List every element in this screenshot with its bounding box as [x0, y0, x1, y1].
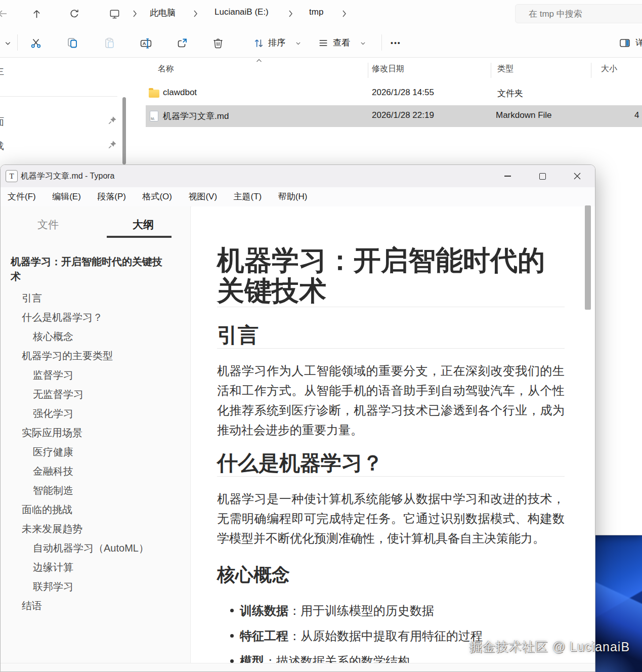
chevron-right-icon: [131, 8, 139, 19]
paste-icon[interactable]: [103, 36, 116, 50]
sort-ascending-caret-icon: [256, 59, 262, 63]
chevron-right-icon: [340, 8, 348, 19]
chevron-right-icon: [286, 8, 294, 19]
outline-item[interactable]: 联邦学习: [1, 577, 190, 596]
file-size: 4: [634, 110, 639, 120]
cut-icon[interactable]: [29, 36, 42, 50]
typora-body: 文件 大纲 机器学习：开启智能时代的关键技术 引言 什么是机器学习？ 核心概念 …: [1, 206, 595, 671]
window-title: 机器学习文章.md - Typora: [21, 165, 115, 187]
sidebar-item-fragment: 主: [0, 65, 7, 77]
sort-icon[interactable]: [252, 36, 265, 50]
breadcrumb-item-drive[interactable]: LucianaiB (E:): [215, 7, 269, 17]
menu-format[interactable]: 格式(O): [135, 187, 179, 206]
doc-paragraph[interactable]: 机器学习作为人工智能领域的重要分支，正在深刻改变我们的生活和工作方式。从智能手机…: [217, 361, 565, 440]
column-separator[interactable]: [491, 63, 491, 78]
maximize-icon: [539, 173, 546, 180]
explorer-toolbar: A 排序 查看 •••: [0, 28, 642, 58]
tab-outline[interactable]: 大纲: [96, 218, 191, 232]
watermark: 掘金技术社区 @ LucianaiB: [469, 639, 630, 655]
outline-item[interactable]: 边缘计算: [1, 558, 190, 577]
chevron-right-icon: [191, 8, 199, 19]
outline-item[interactable]: 核心概念: [1, 327, 190, 346]
outline-item[interactable]: 无监督学习: [1, 385, 190, 404]
outline-item[interactable]: 强化学习: [1, 404, 190, 423]
column-header-size[interactable]: 大小: [601, 64, 617, 74]
doc-heading-2[interactable]: 什么是机器学习？: [217, 450, 565, 477]
toolbar-divider: [17, 34, 18, 51]
chevron-down-icon[interactable]: [1, 36, 14, 50]
sidebar-item-fragment: 载: [0, 140, 7, 152]
file-row-selected[interactable]: 机器学习文章.md 2026/1/28 22:19 Markdown File …: [146, 105, 642, 127]
column-separator[interactable]: [591, 63, 591, 78]
search-box: [515, 4, 642, 23]
column-separator[interactable]: [368, 63, 368, 78]
typora-menu-bar: 文件(F) 编辑(E) 段落(P) 格式(O) 视图(V) 主题(T) 帮助(H…: [1, 187, 595, 207]
close-button[interactable]: [563, 165, 592, 187]
outline-item[interactable]: 引言: [1, 288, 190, 308]
outline-item[interactable]: 实际应用场景: [1, 423, 190, 442]
breadcrumb-item-this-pc[interactable]: 此电脑: [150, 7, 176, 19]
outline-item[interactable]: 未来发展趋势: [1, 519, 190, 538]
view-button[interactable]: 查看: [333, 36, 350, 50]
doc-heading-2[interactable]: 引言: [217, 322, 565, 349]
typora-sidebar: 文件 大纲 机器学习：开启智能时代的关键技术 引言 什么是机器学习？ 核心概念 …: [1, 206, 191, 671]
chevron-down-icon: [291, 36, 305, 50]
menu-help[interactable]: 帮助(H): [271, 187, 315, 206]
outline-item[interactable]: 什么是机器学习？: [1, 308, 190, 327]
details-pane-label: 详: [635, 36, 642, 50]
doc-paragraph[interactable]: 机器学习是一种使计算机系统能够从数据中学习和改进的技术，无需明确编程即可完成特定…: [217, 489, 565, 548]
outline-item[interactable]: 机器学习的主要类型: [1, 346, 190, 365]
outline-item-h1[interactable]: 机器学习：开启智能时代的关键技术: [1, 255, 190, 284]
breadcrumb-item-tmp[interactable]: tmp: [309, 7, 323, 17]
file-date: 2026/1/28 22:19: [372, 110, 434, 120]
file-type: Markdown File: [496, 110, 552, 120]
list-item[interactable]: 训练数据：用于训练模型的历史数据: [217, 601, 565, 620]
menu-theme[interactable]: 主题(T): [227, 187, 269, 206]
more-icon[interactable]: •••: [391, 36, 401, 50]
up-icon[interactable]: [27, 4, 46, 23]
copy-icon[interactable]: [66, 36, 79, 50]
share-icon[interactable]: [176, 36, 189, 50]
outline-item[interactable]: 面临的挑战: [1, 500, 190, 519]
sort-button[interactable]: 排序: [268, 36, 285, 50]
column-header-date[interactable]: 修改日期: [372, 64, 404, 74]
outline-item[interactable]: 自动机器学习（AutoML）: [1, 538, 190, 558]
monitor-icon[interactable]: [105, 4, 124, 23]
column-header-name[interactable]: 名称: [158, 64, 174, 74]
back-icon[interactable]: [0, 4, 12, 23]
typora-title-bar[interactable]: T 机器学习文章.md - Typora: [1, 165, 595, 187]
file-row[interactable]: clawdbot 2026/1/28 14:55 文件夹: [146, 82, 642, 104]
bullet-dot: [230, 634, 234, 638]
active-tab-underline: [107, 236, 172, 238]
desktop: 此电脑 LucianaiB (E:) tmp: [0, 0, 642, 672]
sidebar-scrollbar[interactable]: [122, 97, 126, 164]
outline-item[interactable]: 监督学习: [1, 365, 190, 385]
menu-edit[interactable]: 编辑(E): [45, 187, 88, 206]
tab-files[interactable]: 文件: [1, 218, 96, 232]
bullet-dot: [230, 659, 234, 663]
view-icon[interactable]: [317, 36, 330, 50]
outline-item[interactable]: 智能制造: [1, 481, 190, 500]
outline-item[interactable]: 金融科技: [1, 461, 190, 481]
editor-area[interactable]: 机器学习：开启智能时代的关键技术 引言 机器学习作为人工智能领域的重要分支，正在…: [191, 206, 595, 663]
refresh-icon[interactable]: [65, 4, 84, 23]
explorer-nav-bar: 此电脑 LucianaiB (E:) tmp: [0, 0, 642, 28]
doc-heading-1[interactable]: 机器学习：开启智能时代的关键技术: [217, 245, 565, 307]
markdown-file-icon: [150, 111, 158, 121]
doc-heading-3[interactable]: 核心概念: [217, 564, 565, 586]
delete-icon[interactable]: [211, 36, 225, 50]
menu-view[interactable]: 视图(V): [181, 187, 224, 206]
maximize-button[interactable]: [528, 165, 557, 187]
outline-item[interactable]: 结语: [1, 596, 190, 615]
rename-icon[interactable]: A: [139, 36, 152, 50]
menu-file[interactable]: 文件(F): [1, 187, 43, 206]
menu-paragraph[interactable]: 段落(P): [90, 187, 133, 206]
sidebar-divider: [0, 96, 117, 97]
column-header-type[interactable]: 类型: [497, 64, 513, 74]
editor-scrollbar[interactable]: [585, 205, 591, 310]
minimize-button[interactable]: [493, 165, 522, 187]
sidebar-item-fragment: 面: [0, 115, 7, 128]
search-input[interactable]: [516, 5, 642, 24]
details-pane-icon[interactable]: [618, 36, 631, 50]
outline-item[interactable]: 医疗健康: [1, 442, 190, 461]
